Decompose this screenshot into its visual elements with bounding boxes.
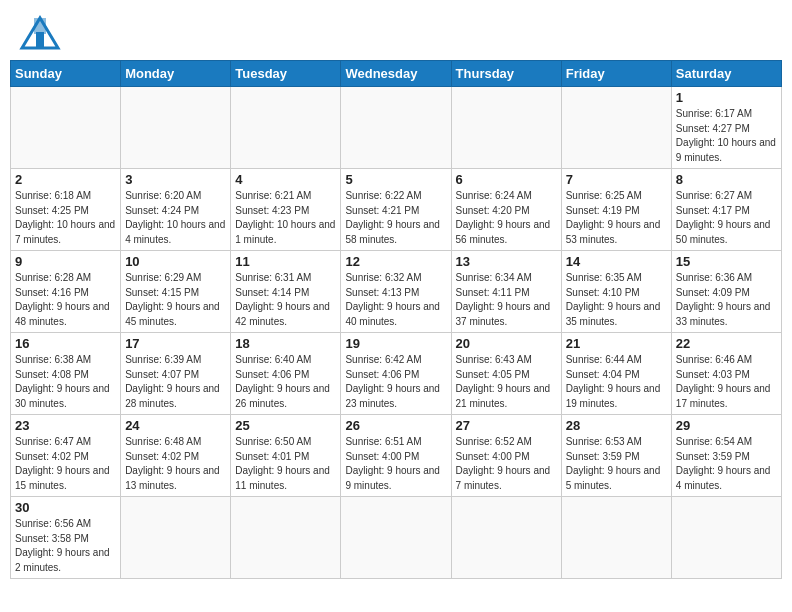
day-info: Sunrise: 6:54 AM Sunset: 3:59 PM Dayligh… [676, 435, 777, 493]
calendar-cell [121, 87, 231, 169]
day-number: 8 [676, 172, 777, 187]
day-info: Sunrise: 6:31 AM Sunset: 4:14 PM Dayligh… [235, 271, 336, 329]
calendar-cell [561, 87, 671, 169]
calendar-cell [451, 87, 561, 169]
calendar-week-row: 30Sunrise: 6:56 AM Sunset: 3:58 PM Dayli… [11, 497, 782, 579]
calendar-cell: 4Sunrise: 6:21 AM Sunset: 4:23 PM Daylig… [231, 169, 341, 251]
calendar-cell: 5Sunrise: 6:22 AM Sunset: 4:21 PM Daylig… [341, 169, 451, 251]
day-info: Sunrise: 6:50 AM Sunset: 4:01 PM Dayligh… [235, 435, 336, 493]
calendar-cell: 28Sunrise: 6:53 AM Sunset: 3:59 PM Dayli… [561, 415, 671, 497]
calendar-cell: 19Sunrise: 6:42 AM Sunset: 4:06 PM Dayli… [341, 333, 451, 415]
calendar-cell: 23Sunrise: 6:47 AM Sunset: 4:02 PM Dayli… [11, 415, 121, 497]
day-info: Sunrise: 6:24 AM Sunset: 4:20 PM Dayligh… [456, 189, 557, 247]
day-info: Sunrise: 6:20 AM Sunset: 4:24 PM Dayligh… [125, 189, 226, 247]
calendar-cell: 29Sunrise: 6:54 AM Sunset: 3:59 PM Dayli… [671, 415, 781, 497]
day-info: Sunrise: 6:48 AM Sunset: 4:02 PM Dayligh… [125, 435, 226, 493]
calendar-week-row: 1Sunrise: 6:17 AM Sunset: 4:27 PM Daylig… [11, 87, 782, 169]
calendar-cell: 2Sunrise: 6:18 AM Sunset: 4:25 PM Daylig… [11, 169, 121, 251]
day-number: 27 [456, 418, 557, 433]
calendar-cell: 18Sunrise: 6:40 AM Sunset: 4:06 PM Dayli… [231, 333, 341, 415]
day-info: Sunrise: 6:44 AM Sunset: 4:04 PM Dayligh… [566, 353, 667, 411]
day-info: Sunrise: 6:56 AM Sunset: 3:58 PM Dayligh… [15, 517, 116, 575]
day-number: 30 [15, 500, 116, 515]
calendar-cell [451, 497, 561, 579]
day-number: 7 [566, 172, 667, 187]
day-number: 23 [15, 418, 116, 433]
day-info: Sunrise: 6:46 AM Sunset: 4:03 PM Dayligh… [676, 353, 777, 411]
day-number: 6 [456, 172, 557, 187]
day-info: Sunrise: 6:34 AM Sunset: 4:11 PM Dayligh… [456, 271, 557, 329]
calendar-cell: 24Sunrise: 6:48 AM Sunset: 4:02 PM Dayli… [121, 415, 231, 497]
day-number: 13 [456, 254, 557, 269]
day-number: 25 [235, 418, 336, 433]
col-header-monday: Monday [121, 61, 231, 87]
calendar-cell [561, 497, 671, 579]
calendar-cell: 12Sunrise: 6:32 AM Sunset: 4:13 PM Dayli… [341, 251, 451, 333]
day-info: Sunrise: 6:36 AM Sunset: 4:09 PM Dayligh… [676, 271, 777, 329]
day-number: 17 [125, 336, 226, 351]
day-number: 12 [345, 254, 446, 269]
day-number: 16 [15, 336, 116, 351]
calendar-cell [11, 87, 121, 169]
calendar-cell [341, 497, 451, 579]
day-info: Sunrise: 6:43 AM Sunset: 4:05 PM Dayligh… [456, 353, 557, 411]
day-number: 4 [235, 172, 336, 187]
logo-svg [16, 14, 64, 50]
calendar-cell: 9Sunrise: 6:28 AM Sunset: 4:16 PM Daylig… [11, 251, 121, 333]
calendar-cell: 21Sunrise: 6:44 AM Sunset: 4:04 PM Dayli… [561, 333, 671, 415]
calendar-header-row: SundayMondayTuesdayWednesdayThursdayFrid… [11, 61, 782, 87]
day-info: Sunrise: 6:35 AM Sunset: 4:10 PM Dayligh… [566, 271, 667, 329]
calendar-cell: 30Sunrise: 6:56 AM Sunset: 3:58 PM Dayli… [11, 497, 121, 579]
calendar-cell: 27Sunrise: 6:52 AM Sunset: 4:00 PM Dayli… [451, 415, 561, 497]
day-info: Sunrise: 6:29 AM Sunset: 4:15 PM Dayligh… [125, 271, 226, 329]
calendar-cell [341, 87, 451, 169]
calendar-week-row: 23Sunrise: 6:47 AM Sunset: 4:02 PM Dayli… [11, 415, 782, 497]
day-number: 10 [125, 254, 226, 269]
day-number: 29 [676, 418, 777, 433]
calendar-cell: 26Sunrise: 6:51 AM Sunset: 4:00 PM Dayli… [341, 415, 451, 497]
logo [16, 14, 66, 50]
day-number: 11 [235, 254, 336, 269]
day-info: Sunrise: 6:18 AM Sunset: 4:25 PM Dayligh… [15, 189, 116, 247]
col-header-thursday: Thursday [451, 61, 561, 87]
day-info: Sunrise: 6:22 AM Sunset: 4:21 PM Dayligh… [345, 189, 446, 247]
day-info: Sunrise: 6:47 AM Sunset: 4:02 PM Dayligh… [15, 435, 116, 493]
calendar-cell: 13Sunrise: 6:34 AM Sunset: 4:11 PM Dayli… [451, 251, 561, 333]
day-info: Sunrise: 6:27 AM Sunset: 4:17 PM Dayligh… [676, 189, 777, 247]
calendar-week-row: 16Sunrise: 6:38 AM Sunset: 4:08 PM Dayli… [11, 333, 782, 415]
calendar-cell: 6Sunrise: 6:24 AM Sunset: 4:20 PM Daylig… [451, 169, 561, 251]
day-info: Sunrise: 6:28 AM Sunset: 4:16 PM Dayligh… [15, 271, 116, 329]
day-number: 1 [676, 90, 777, 105]
calendar-cell: 7Sunrise: 6:25 AM Sunset: 4:19 PM Daylig… [561, 169, 671, 251]
day-number: 18 [235, 336, 336, 351]
calendar-cell [231, 497, 341, 579]
calendar-cell: 8Sunrise: 6:27 AM Sunset: 4:17 PM Daylig… [671, 169, 781, 251]
day-number: 22 [676, 336, 777, 351]
day-number: 28 [566, 418, 667, 433]
day-info: Sunrise: 6:40 AM Sunset: 4:06 PM Dayligh… [235, 353, 336, 411]
calendar-cell: 22Sunrise: 6:46 AM Sunset: 4:03 PM Dayli… [671, 333, 781, 415]
day-number: 14 [566, 254, 667, 269]
col-header-wednesday: Wednesday [341, 61, 451, 87]
day-info: Sunrise: 6:51 AM Sunset: 4:00 PM Dayligh… [345, 435, 446, 493]
calendar-table: SundayMondayTuesdayWednesdayThursdayFrid… [10, 60, 782, 579]
calendar-cell: 25Sunrise: 6:50 AM Sunset: 4:01 PM Dayli… [231, 415, 341, 497]
calendar-cell: 15Sunrise: 6:36 AM Sunset: 4:09 PM Dayli… [671, 251, 781, 333]
calendar-cell [671, 497, 781, 579]
day-info: Sunrise: 6:25 AM Sunset: 4:19 PM Dayligh… [566, 189, 667, 247]
day-info: Sunrise: 6:17 AM Sunset: 4:27 PM Dayligh… [676, 107, 777, 165]
calendar-week-row: 2Sunrise: 6:18 AM Sunset: 4:25 PM Daylig… [11, 169, 782, 251]
calendar-cell [121, 497, 231, 579]
svg-rect-1 [36, 32, 44, 48]
day-info: Sunrise: 6:39 AM Sunset: 4:07 PM Dayligh… [125, 353, 226, 411]
col-header-tuesday: Tuesday [231, 61, 341, 87]
day-info: Sunrise: 6:38 AM Sunset: 4:08 PM Dayligh… [15, 353, 116, 411]
calendar-cell: 11Sunrise: 6:31 AM Sunset: 4:14 PM Dayli… [231, 251, 341, 333]
col-header-friday: Friday [561, 61, 671, 87]
day-info: Sunrise: 6:52 AM Sunset: 4:00 PM Dayligh… [456, 435, 557, 493]
calendar-cell: 3Sunrise: 6:20 AM Sunset: 4:24 PM Daylig… [121, 169, 231, 251]
day-number: 9 [15, 254, 116, 269]
day-info: Sunrise: 6:53 AM Sunset: 3:59 PM Dayligh… [566, 435, 667, 493]
day-number: 15 [676, 254, 777, 269]
svg-marker-2 [34, 18, 46, 34]
